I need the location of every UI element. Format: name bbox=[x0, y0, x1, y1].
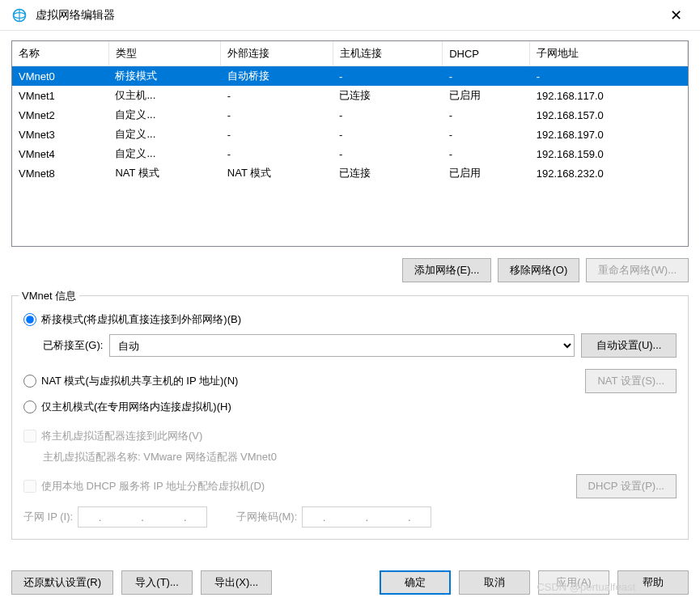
table-cell: - bbox=[443, 125, 530, 144]
close-icon[interactable]: ✕ bbox=[664, 3, 689, 28]
import-button[interactable]: 导入(T)... bbox=[121, 570, 193, 595]
table-cell: - bbox=[333, 125, 443, 144]
export-button[interactable]: 导出(X)... bbox=[201, 570, 272, 595]
nat-settings-button[interactable]: NAT 设置(S)... bbox=[585, 369, 677, 393]
table-cell: 仅主机... bbox=[108, 86, 220, 105]
app-icon bbox=[11, 7, 28, 23]
table-cell: - bbox=[333, 105, 443, 125]
vmnet-info-group: VMnet 信息 桥接模式(将虚拟机直接连接到外部网络)(B) 已桥接至(G):… bbox=[11, 295, 689, 540]
titlebar: 虚拟网络编辑器 ✕ bbox=[0, 0, 700, 31]
table-cell: - bbox=[443, 105, 530, 125]
table-cell: VMnet3 bbox=[12, 125, 108, 144]
table-cell: VMnet8 bbox=[12, 163, 108, 183]
apply-button[interactable]: 应用(A) bbox=[538, 570, 609, 595]
table-cell: - bbox=[221, 144, 333, 163]
nat-mode-label: NAT 模式(与虚拟机共享主机的 IP 地址)(N) bbox=[41, 374, 238, 388]
ok-button[interactable]: 确定 bbox=[380, 570, 451, 595]
adapter-name-text: 主机虚拟适配器名称: VMware 网络适配器 VMnet0 bbox=[43, 450, 677, 464]
use-dhcp-label: 使用本地 DHCP 服务将 IP 地址分配给虚拟机(D) bbox=[41, 479, 265, 494]
table-row[interactable]: VMnet0桥接模式自动桥接--- bbox=[12, 66, 688, 87]
table-cell: 自动桥接 bbox=[221, 66, 333, 87]
table-cell: - bbox=[530, 66, 688, 87]
connect-adapter-checkbox[interactable] bbox=[23, 430, 36, 443]
table-cell: 已启用 bbox=[443, 163, 530, 183]
table-cell: VMnet1 bbox=[12, 86, 108, 105]
rename-network-button[interactable]: 重命名网络(W)... bbox=[586, 258, 689, 282]
table-row[interactable]: VMnet3自定义...---192.168.197.0 bbox=[12, 125, 688, 144]
table-cell: - bbox=[333, 144, 443, 163]
restore-defaults-button[interactable]: 还原默认设置(R) bbox=[11, 570, 113, 595]
table-cell: - bbox=[443, 144, 530, 163]
dhcp-settings-button[interactable]: DHCP 设置(P)... bbox=[576, 474, 677, 498]
table-cell: NAT 模式 bbox=[108, 163, 220, 183]
subnet-ip-label: 子网 IP (I): bbox=[23, 510, 73, 524]
nat-mode-radio[interactable] bbox=[23, 375, 36, 388]
bridge-mode-label: 桥接模式(将虚拟机直接连接到外部网络)(B) bbox=[41, 312, 241, 327]
connect-adapter-label: 将主机虚拟适配器连接到此网络(V) bbox=[41, 429, 202, 443]
bridge-mode-radio[interactable] bbox=[23, 313, 36, 326]
subnet-mask-input[interactable]: ... bbox=[302, 506, 431, 528]
table-cell: 自定义... bbox=[108, 105, 220, 125]
use-dhcp-checkbox[interactable] bbox=[23, 480, 36, 493]
table-cell: 已连接 bbox=[333, 163, 443, 183]
table-cell: 192.168.159.0 bbox=[530, 144, 688, 163]
help-button[interactable]: 帮助 bbox=[617, 570, 689, 595]
table-cell: 自定义... bbox=[108, 125, 220, 144]
auto-settings-button[interactable]: 自动设置(U)... bbox=[581, 333, 677, 358]
table-cell: 已连接 bbox=[333, 86, 443, 105]
table-row[interactable]: VMnet8NAT 模式NAT 模式已连接已启用192.168.232.0 bbox=[12, 163, 688, 183]
column-header[interactable]: 名称 bbox=[12, 41, 108, 66]
table-row[interactable]: VMnet4自定义...---192.168.159.0 bbox=[12, 144, 688, 163]
table-cell: 192.168.117.0 bbox=[530, 86, 688, 105]
hostonly-mode-radio[interactable] bbox=[23, 400, 36, 413]
table-cell: - bbox=[443, 66, 530, 87]
remove-network-button[interactable]: 移除网络(O) bbox=[498, 258, 579, 282]
table-cell: - bbox=[221, 125, 333, 144]
table-cell: 192.168.232.0 bbox=[530, 163, 688, 183]
table-row[interactable]: VMnet1仅主机...-已连接已启用192.168.117.0 bbox=[12, 86, 688, 105]
vmnet-info-legend: VMnet 信息 bbox=[19, 289, 79, 303]
table-cell: VMnet0 bbox=[12, 66, 108, 87]
cancel-button[interactable]: 取消 bbox=[459, 570, 530, 595]
table-cell: 192.168.157.0 bbox=[530, 105, 688, 125]
network-table[interactable]: 名称类型外部连接主机连接DHCP子网地址 VMnet0桥接模式自动桥接---VM… bbox=[11, 40, 689, 247]
table-cell: - bbox=[221, 86, 333, 105]
table-cell: NAT 模式 bbox=[221, 163, 333, 183]
table-cell: - bbox=[333, 66, 443, 87]
bridged-to-select[interactable]: 自动 bbox=[109, 334, 575, 357]
column-header[interactable]: 外部连接 bbox=[221, 41, 333, 66]
table-cell: VMnet2 bbox=[12, 105, 108, 125]
subnet-mask-label: 子网掩码(M): bbox=[236, 510, 297, 524]
add-network-button[interactable]: 添加网络(E)... bbox=[402, 258, 491, 282]
bridged-to-label: 已桥接至(G): bbox=[43, 338, 103, 353]
table-row[interactable]: VMnet2自定义...---192.168.157.0 bbox=[12, 105, 688, 125]
table-cell: 桥接模式 bbox=[108, 66, 220, 87]
subnet-ip-input[interactable]: ... bbox=[78, 506, 207, 528]
table-cell: 已启用 bbox=[443, 86, 530, 105]
table-cell: - bbox=[221, 105, 333, 125]
column-header[interactable]: 主机连接 bbox=[333, 41, 443, 66]
window-title: 虚拟网络编辑器 bbox=[36, 8, 664, 23]
table-cell: VMnet4 bbox=[12, 144, 108, 163]
column-header[interactable]: 类型 bbox=[108, 41, 220, 66]
footer-buttons: 还原默认设置(R) 导入(T)... 导出(X)... 确定 取消 应用(A) … bbox=[11, 570, 689, 595]
table-cell: 192.168.197.0 bbox=[530, 125, 688, 144]
column-header[interactable]: DHCP bbox=[443, 41, 530, 66]
hostonly-mode-label: 仅主机模式(在专用网络内连接虚拟机)(H) bbox=[41, 400, 231, 414]
column-header[interactable]: 子网地址 bbox=[530, 41, 688, 66]
table-cell: 自定义... bbox=[108, 144, 220, 163]
